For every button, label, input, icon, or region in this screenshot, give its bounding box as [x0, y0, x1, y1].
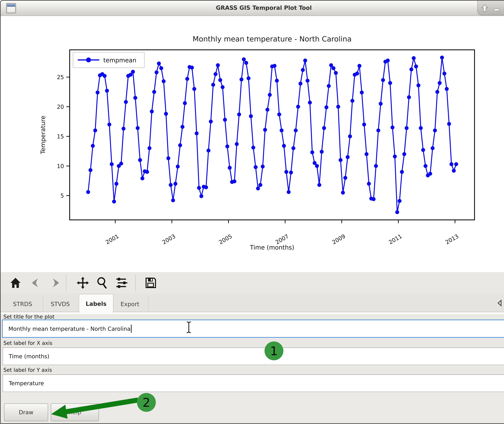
title-input-value: Monthly mean temperature - North Carolin…: [3, 325, 130, 332]
xaxis-field-label: Set label for X axis: [1, 338, 504, 348]
back-icon[interactable]: [28, 275, 43, 290]
tab-export-label: Export: [121, 301, 139, 307]
svg-text:Time (months): Time (months): [250, 244, 294, 251]
window-title: GRASS GIS Temporal Plot Tool: [1, 4, 504, 11]
mpl-toolbar: [1, 272, 504, 293]
annotation-step-1-label: 1: [270, 344, 278, 358]
pan-icon[interactable]: [75, 275, 90, 290]
configure-subplots-icon[interactable]: [114, 275, 129, 290]
home-icon[interactable]: [8, 275, 23, 290]
svg-text:15: 15: [57, 133, 64, 140]
notebook-tabbar: STRDS STVDS Labels Export: [1, 293, 504, 312]
tab-scroll-left-icon[interactable]: [496, 299, 503, 307]
tab-stvds-label: STVDS: [51, 301, 70, 307]
tab-strds[interactable]: STRDS: [4, 296, 41, 312]
forward-icon[interactable]: [48, 275, 63, 290]
window-titlebar[interactable]: GRASS GIS Temporal Plot Tool: [1, 1, 504, 16]
title-input[interactable]: Monthly mean temperature - North Carolin…: [2, 319, 504, 338]
window-controls: [477, 1, 504, 16]
annotation-step-2: 2: [137, 393, 156, 412]
svg-text:Monthly mean temperature - Nor: Monthly mean temperature - North Carolin…: [192, 35, 352, 43]
tab-labels-label: Labels: [86, 300, 107, 307]
mouse-ibeam-cursor: [185, 320, 192, 334]
svg-text:2009: 2009: [331, 233, 346, 246]
maximize-window-icon[interactable]: [504, 3, 504, 13]
svg-text:10: 10: [57, 163, 64, 169]
tab-stvds[interactable]: STVDS: [44, 296, 77, 312]
svg-text:2003: 2003: [161, 233, 177, 246]
tab-export[interactable]: Export: [115, 296, 145, 312]
svg-text:2011: 2011: [387, 233, 403, 246]
shade-window-icon[interactable]: [479, 3, 490, 13]
xaxis-input-value: Time (months): [3, 353, 49, 359]
svg-text:2007: 2007: [274, 233, 290, 246]
save-icon[interactable]: [143, 275, 158, 290]
minimize-window-icon[interactable]: [492, 3, 502, 13]
svg-text:5: 5: [60, 193, 64, 199]
tab-strds-label: STRDS: [13, 301, 32, 307]
zoom-icon[interactable]: [95, 275, 110, 290]
annotation-step-1: 1: [264, 341, 283, 360]
app-window: GRASS GIS Temporal Plot Tool Monthly mea…: [0, 0, 504, 424]
svg-text:2001: 2001: [104, 233, 120, 246]
xaxis-field-label-text: Set label for X axis: [1, 340, 52, 346]
plot-canvas[interactable]: Monthly mean temperature - North Carolin…: [1, 16, 504, 272]
yaxis-field-label-text: Set label for Y axis: [1, 367, 52, 373]
text-caret: [131, 325, 132, 333]
svg-text:tempmean: tempmean: [103, 57, 136, 64]
annotation-arrow: [48, 394, 142, 422]
yaxis-field-label: Set label for Y axis: [1, 366, 504, 374]
screen: GRASS GIS Temporal Plot Tool Monthly mea…: [0, 0, 504, 424]
annotation-step-2-label: 2: [142, 395, 150, 409]
svg-text:25: 25: [57, 74, 64, 80]
yaxis-input[interactable]: Temperature: [3, 374, 504, 392]
tab-labels[interactable]: Labels: [79, 294, 113, 313]
svg-text:2013: 2013: [444, 233, 460, 246]
xaxis-input[interactable]: Time (months): [3, 348, 504, 365]
svg-text:20: 20: [57, 104, 64, 110]
yaxis-input-value: Temperature: [3, 380, 44, 386]
draw-button-label: Draw: [19, 409, 33, 416]
title-field-label-text: Set title for the plot: [1, 314, 55, 320]
svg-text:2005: 2005: [218, 233, 233, 246]
draw-button[interactable]: Draw: [4, 403, 48, 421]
title-field-label: Set title for the plot: [1, 314, 504, 319]
svg-text:Temperature: Temperature: [39, 116, 46, 154]
